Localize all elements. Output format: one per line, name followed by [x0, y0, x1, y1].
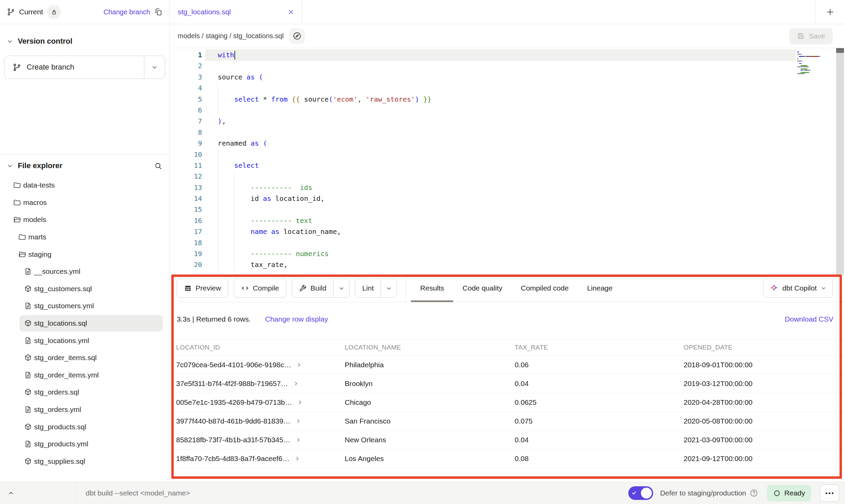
table-cell: 2018-09-01T00:00:00 — [684, 361, 845, 369]
expand-command-bar-button[interactable] — [0, 490, 22, 496]
copy-icon[interactable] — [154, 8, 162, 16]
dbt-copilot-button[interactable]: dbt Copilot — [763, 279, 833, 298]
file-item-stg-supplies-sql[interactable]: stg_supplies.sql — [0, 453, 169, 470]
file-item-marts[interactable]: marts — [0, 228, 169, 246]
panel-tab-code-quality[interactable]: Code quality — [453, 275, 512, 302]
save-button[interactable]: Save — [789, 28, 833, 44]
expand-cell-chevron-icon[interactable] — [295, 418, 301, 424]
file-item-stg-customers-yml[interactable]: stg_customers.yml — [0, 297, 169, 315]
file-icon — [24, 337, 32, 345]
panel-tab-results[interactable]: Results — [411, 275, 453, 302]
file-item-label: stg_customers.sql — [34, 285, 92, 293]
compile-button[interactable]: Compile — [234, 279, 286, 298]
build-button[interactable]: Build — [292, 279, 350, 298]
create-branch-caret[interactable] — [144, 56, 165, 78]
file-item-label: stg_customers.yml — [34, 302, 94, 310]
expand-cell-chevron-icon[interactable] — [297, 399, 303, 405]
expand-cell-chevron-icon[interactable] — [295, 437, 301, 443]
file-item-stg-order-items-yml[interactable]: stg_order_items.yml — [0, 367, 169, 384]
tab-title: stg_locations.sql — [178, 8, 288, 16]
file-item-models[interactable]: models — [0, 211, 169, 228]
code-icon — [241, 284, 249, 292]
file-item-stg-order-items-sql[interactable]: stg_order_items.sql — [0, 349, 169, 367]
file-item-stg-locations-sql[interactable]: stg_locations.sql — [0, 315, 169, 332]
preview-button[interactable]: Preview — [177, 279, 228, 298]
file-item-label: marts — [28, 233, 46, 241]
scrollbar-thumb[interactable] — [836, 48, 844, 53]
file-item--sources-yml[interactable]: __sources.yml — [0, 263, 169, 280]
help-icon[interactable] — [749, 489, 758, 498]
file-item-label: stg_locations.yml — [34, 337, 89, 345]
tab-stg-locations-sql[interactable]: stg_locations.sql — [170, 0, 302, 24]
expand-cell-chevron-icon[interactable] — [293, 381, 299, 387]
new-tab-button[interactable] — [815, 0, 845, 24]
file-item-macros[interactable]: macros — [0, 194, 169, 211]
code-line-3: 3source as ( — [170, 72, 796, 83]
code-editor[interactable]: 1with23source as (45 select * from {{ so… — [170, 48, 845, 275]
file-item-label: stg_products.sql — [34, 423, 86, 431]
file-item-stg-locations-yml[interactable]: stg_locations.yml — [0, 332, 169, 349]
location-id-value: 37e5f311-b7f4-4f2f-988b-719657… — [176, 380, 288, 388]
table-cell: 3977f440-b87d-461b-9dd6-81839… — [176, 417, 345, 425]
expand-cell-chevron-icon[interactable] — [296, 362, 302, 368]
chevron-down-icon[interactable] — [7, 38, 13, 44]
file-item-stg-products-yml[interactable]: stg_products.yml — [0, 435, 169, 453]
chevron-down-icon — [339, 285, 344, 291]
panel-tab-lineage[interactable]: Lineage — [578, 275, 622, 302]
lint-button[interactable]: Lint — [355, 279, 397, 298]
download-csv-link[interactable]: Download CSV — [785, 315, 833, 323]
code-line-4: 4 — [170, 83, 796, 93]
table-cell: 0.06 — [515, 361, 684, 369]
expand-cell-chevron-icon[interactable] — [294, 456, 300, 462]
minimap[interactable] — [796, 49, 836, 275]
code-line-9: 9renamed as ( — [170, 138, 796, 149]
code-line-6: 6 — [170, 105, 796, 116]
statusbar-divider — [76, 482, 77, 504]
model-icon — [24, 285, 32, 293]
chevron-down-icon[interactable] — [7, 163, 13, 169]
version-control-title: Version control — [18, 37, 72, 46]
file-item-stg-orders-yml[interactable]: stg_orders.yml — [0, 401, 169, 418]
file-icon — [24, 302, 32, 310]
build-label: Build — [311, 284, 327, 292]
folder-icon — [18, 233, 26, 241]
main-area: stg_locations.sql models / staging / stg… — [170, 0, 845, 482]
search-icon[interactable] — [154, 162, 162, 170]
change-branch-link[interactable]: Change branch — [103, 8, 150, 16]
file-icon — [24, 405, 32, 414]
code-line-10: 10 — [170, 149, 796, 160]
file-item-label: stg_orders.yml — [34, 405, 81, 414]
chevron-up-icon — [8, 490, 14, 496]
file-item-staging[interactable]: staging — [0, 246, 169, 263]
defer-toggle[interactable] — [628, 486, 653, 500]
panel-tab-compiled-code[interactable]: Compiled code — [512, 275, 578, 302]
open-docs-button[interactable] — [289, 28, 305, 44]
file-item-stg-products-sql[interactable]: stg_products.sql — [0, 418, 169, 435]
defer-label: Defer to staging/production — [660, 489, 746, 497]
lint-options-caret[interactable] — [381, 279, 397, 297]
change-row-display-link[interactable]: Change row display — [265, 315, 328, 323]
branch-bar: Current Change branch — [0, 0, 169, 24]
folder-open-icon — [18, 250, 26, 258]
close-icon[interactable] — [288, 9, 294, 15]
more-options-button[interactable] — [820, 485, 839, 502]
table-row: 005e7e1c-1935-4269-b479-0713b…Chicago0.0… — [170, 393, 845, 412]
text-cursor — [234, 51, 235, 60]
build-options-caret[interactable] — [333, 279, 349, 297]
status-ready-badge[interactable]: Ready — [767, 485, 811, 501]
lock-icon — [51, 9, 57, 15]
table-cell: 2021-03-09T00:00:00 — [684, 436, 845, 444]
command-input[interactable]: dbt build --select <model_name> — [86, 489, 190, 497]
file-item-stg-orders-sql[interactable]: stg_orders.sql — [0, 384, 169, 401]
create-branch-button[interactable]: Create branch — [4, 56, 165, 79]
file-item-data-tests[interactable]: data-tests — [0, 177, 169, 194]
code-line-20: 20 tax_rate, — [170, 259, 796, 270]
table-cell: 0.0625 — [515, 398, 684, 406]
column-header-tax_rate: TAX_RATE — [515, 344, 684, 351]
file-item-stg-customers-sql[interactable]: stg_customers.sql — [0, 280, 169, 298]
table-cell: 0.04 — [515, 436, 684, 444]
editor-scrollbar[interactable] — [836, 48, 844, 275]
dbt-copilot-icon — [770, 284, 778, 293]
file-explorer-header: File explorer — [0, 157, 169, 175]
table-cell: 37e5f311-b7f4-4f2f-988b-719657… — [176, 380, 345, 388]
